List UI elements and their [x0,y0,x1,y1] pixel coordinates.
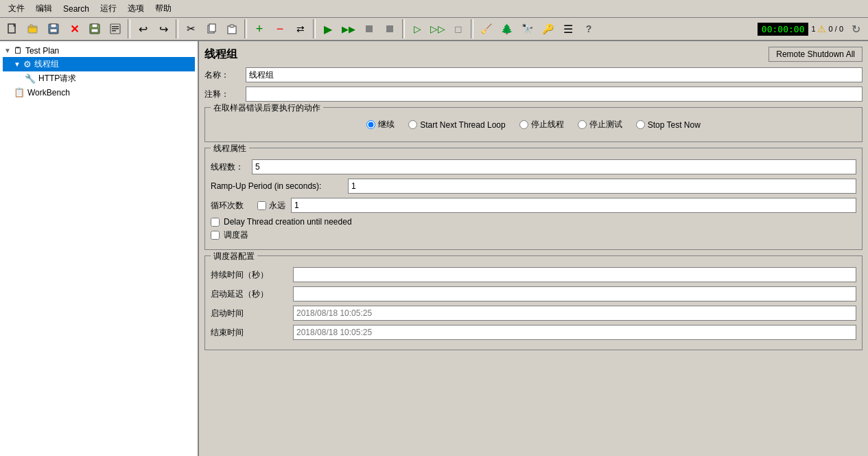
key-button[interactable]: 🔑 [538,19,557,38]
delay-thread-checkbox[interactable] [211,218,220,227]
help-button[interactable]: ? [579,19,598,38]
menu-file[interactable]: 文件 [3,1,30,16]
radio-group: 继续 Start Next Thread Loop 停止线程 停止测试 Stop… [211,113,856,136]
radio-stop-test-label: 停止测试 [589,119,622,130]
radio-continue[interactable]: 继续 [366,119,395,130]
forever-checkbox[interactable] [257,201,266,210]
radio-stop-thread[interactable]: 停止线程 [519,119,564,130]
ramp-up-label: Ramp-Up Period (in seconds): [211,181,348,191]
workbench-label: WorkBench [27,88,70,98]
start-time-input[interactable] [293,306,856,321]
thread-group-icon: ⚙ [23,59,32,69]
radio-stop-test-now[interactable]: Stop Test Now [636,120,701,130]
radio-stop-thread-input[interactable] [519,120,528,129]
radio-start-next[interactable]: Start Next Thread Loop [408,120,506,130]
ramp-up-input[interactable] [348,179,856,194]
svg-rect-4 [50,29,57,32]
tree-item-thread-group[interactable]: ▼ ⚙ 线程组 [3,57,195,71]
radio-stop-test-now-label: Stop Test Now [648,120,701,130]
tree-item-http-request[interactable]: 🔧 HTTP请求 [3,71,195,86]
scheduler-checkbox[interactable] [211,231,220,240]
warn-count: 1 [811,25,815,33]
toggle-button[interactable]: ⇄ [291,19,310,38]
radio-stop-test-now-input[interactable] [636,120,645,129]
start-time-row: 启动时间 [211,306,856,321]
cut-button[interactable]: ✂ [181,19,200,38]
remove-button[interactable]: − [270,19,290,38]
list-button[interactable]: ☰ [559,19,578,38]
http-request-label: HTTP请求 [38,73,76,84]
end-time-input[interactable] [293,325,856,340]
main-layout: ▼ 🗒 Test Plan ▼ ⚙ 线程组 🔧 HTTP请求 📋 WorkBen… [0,41,868,456]
duration-label: 持续时间（秒） [211,269,293,281]
remote-stop-button[interactable]: ◻ [449,19,468,38]
stop-button[interactable]: ⏹ [360,19,379,38]
thread-props-title: 线程属性 [211,143,249,155]
save-file-button[interactable] [85,19,104,38]
menu-options[interactable]: 选项 [122,1,150,16]
menu-run[interactable]: 运行 [95,1,122,16]
sep4 [313,19,316,38]
loop-count-input[interactable] [291,198,856,213]
startup-delay-label: 启动延迟（秒） [211,288,293,300]
thread-group-label: 线程组 [34,58,59,70]
close-red-button[interactable]: ✕ [64,19,84,38]
warn-badge: 1 ⚠ [811,23,825,34]
menu-edit[interactable]: 编辑 [30,1,58,16]
remote-start-all-button[interactable]: ▷▷ [428,19,447,38]
menu-search[interactable]: Search [58,3,95,15]
start-no-pause-button[interactable]: ▶▶ [339,19,358,38]
start-button[interactable]: ▶ [318,19,338,38]
copy-button[interactable] [202,19,221,38]
panel-title: 线程组 [204,47,237,62]
undo-button[interactable]: ↩ [133,19,152,38]
open-button[interactable] [23,19,43,38]
refresh-button[interactable]: ↻ [846,19,865,38]
props-button[interactable] [106,19,125,38]
remote-shutdown-all-button[interactable]: Remote Shutdown All [769,47,863,62]
radio-start-next-input[interactable] [408,120,417,129]
radio-stop-test[interactable]: 停止测试 [578,119,622,130]
comment-input[interactable] [246,87,863,102]
add-button[interactable]: + [250,19,269,38]
page-count: 0 / 0 [829,25,843,33]
scheduler-config-section: 调度器配置 持续时间（秒） 启动延迟（秒） 启动时间 结束时间 [204,255,863,350]
comment-row: 注释： [204,87,863,102]
svg-rect-7 [91,29,98,32]
forever-label-wrap[interactable]: 永远 [257,200,285,212]
startup-delay-input[interactable] [293,286,856,301]
name-input[interactable] [246,67,863,82]
workbench-icon: 📋 [14,87,25,98]
tree-item-test-plan[interactable]: ▼ 🗒 Test Plan [3,44,195,57]
sep5 [402,19,405,38]
svg-rect-15 [230,25,234,27]
menubar: 文件 编辑 Search 运行 选项 帮助 [0,0,868,18]
radio-continue-input[interactable] [366,120,375,129]
save-button[interactable] [44,19,63,38]
new-button[interactable] [3,19,22,38]
binoculars-button[interactable]: 🔭 [517,19,537,38]
duration-input[interactable] [293,267,856,282]
name-label: 名称： [204,69,246,81]
radio-stop-test-input[interactable] [578,120,587,129]
loop-count-label: 循环次数 [211,200,252,212]
tree-button[interactable]: 🌲 [497,19,516,38]
loop-count-row: 循环次数 永远 [211,198,856,213]
tree-item-workbench[interactable]: 📋 WorkBench [3,86,195,99]
remote-start-button[interactable]: ▷ [408,19,427,38]
thread-count-input[interactable] [252,159,856,174]
shutdown-button[interactable]: ⏹ [380,19,399,38]
menu-help[interactable]: 帮助 [150,1,177,16]
test-plan-label: Test Plan [25,46,59,56]
radio-start-next-label: Start Next Thread Loop [420,120,506,130]
broom-button[interactable]: 🧹 [476,19,495,38]
redo-button[interactable]: ↪ [154,19,173,38]
delay-thread-label: Delay Thread creation until needed [224,217,352,227]
panel-header: 线程组 Remote Shutdown All [204,47,863,62]
svg-rect-6 [92,24,97,27]
sep1 [128,19,130,38]
scheduler-label: 调度器 [224,229,248,241]
end-time-row: 结束时间 [211,325,856,340]
paste-button[interactable] [222,19,242,38]
name-row: 名称： [204,67,863,82]
